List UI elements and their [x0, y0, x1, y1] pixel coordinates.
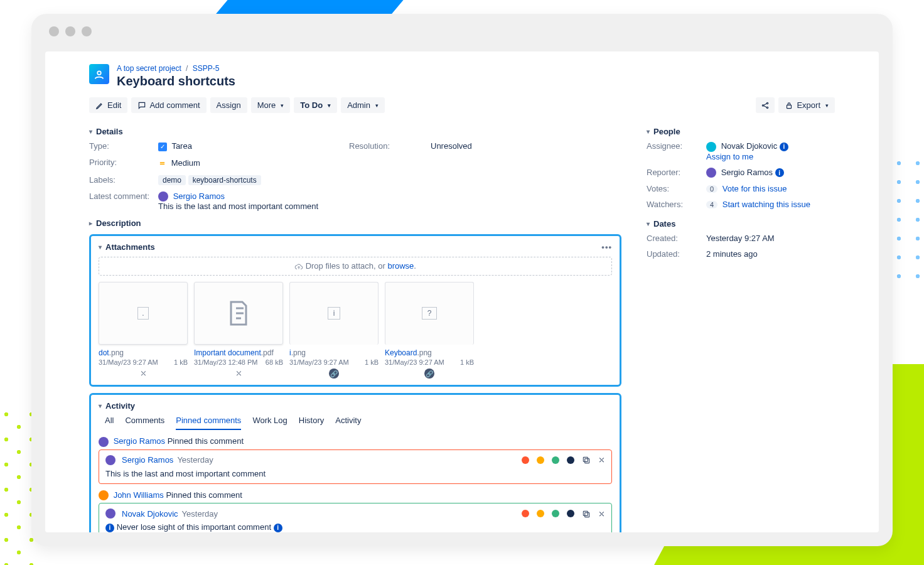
details-header[interactable]: ▾ Details — [89, 127, 621, 136]
user-link[interactable]: Sergio Ramos — [122, 455, 173, 465]
attachment-card[interactable]: . dot.png 31/May/23 9:27 AM1 kB ⤬ — [99, 282, 188, 379]
info-icon[interactable]: i — [780, 143, 788, 151]
votes-label: Votes: — [647, 184, 706, 193]
color-dot-red[interactable] — [522, 510, 529, 517]
attachment-card[interactable]: Important document.pdf 31/May/23 12:48 P… — [194, 282, 283, 379]
color-dot-green[interactable] — [552, 456, 559, 464]
pinned-comment-card: Sergio Ramos Yesterday ⤬ This is the las… — [99, 449, 612, 484]
assign-to-me-link[interactable]: Assign to me — [706, 152, 753, 161]
description-header[interactable]: ▸ Description — [89, 218, 621, 228]
color-dot-yellow[interactable] — [537, 456, 544, 464]
status-button[interactable]: To Do — [294, 97, 337, 113]
type-value: ✓ Tarea — [158, 141, 349, 151]
attachment-thumb — [194, 282, 283, 345]
votes-count: 0 — [706, 185, 717, 193]
attachment-date: 31/May/23 12:48 PM — [194, 358, 258, 366]
type-label: Type: — [89, 141, 158, 151]
attachments-more-button[interactable]: ••• — [601, 242, 612, 252]
dates-header[interactable]: ▾ Dates — [647, 219, 835, 229]
attachment-date: 31/May/23 9:27 AM — [99, 358, 158, 366]
activity-tabs: All Comments Pinned comments Work Log Hi… — [105, 416, 612, 430]
attachment-name: i.png — [289, 348, 379, 357]
add-comment-button[interactable]: Add comment — [131, 97, 206, 113]
svg-point-3 — [767, 107, 768, 108]
attachment-date: 31/May/23 9:27 AM — [385, 358, 444, 366]
more-button[interactable]: More — [251, 97, 291, 113]
color-dot-green[interactable] — [552, 510, 559, 517]
lock-icon — [785, 101, 793, 110]
user-link[interactable]: Sergio Ramos — [114, 436, 165, 446]
comment-actions: ⤬ — [522, 455, 605, 465]
user-link[interactable]: Sergio Ramos — [173, 191, 225, 201]
label-chip[interactable]: demo — [158, 175, 186, 185]
pinned-by-line: John Williams Pinned this comment — [99, 490, 612, 501]
activity-panel: ▾ Activity All Comments Pinned comments … — [89, 393, 621, 532]
assign-button[interactable]: Assign — [210, 97, 247, 113]
unlink-icon[interactable]: ⤬ — [235, 369, 242, 378]
assignee-value: Novak Djokovic i Assign to me — [706, 141, 835, 161]
user-link[interactable]: Novak Djokovic — [122, 509, 178, 519]
copy-icon[interactable] — [582, 508, 591, 519]
browser-chrome: A top secret project / SSPP-5 Keyboard s… — [31, 14, 893, 546]
attachment-size: 1 kB — [460, 358, 474, 366]
watchers-value: 4 Start watching this issue — [706, 200, 835, 209]
unlink-icon[interactable]: ⤬ — [140, 369, 147, 378]
vote-link[interactable]: Vote for this issue — [723, 184, 787, 193]
labels-label: Labels: — [89, 175, 158, 185]
color-dot-dark[interactable] — [567, 510, 574, 517]
copy-icon[interactable] — [582, 455, 591, 465]
watchers-label: Watchers: — [647, 200, 706, 209]
browse-link[interactable]: browse — [387, 261, 414, 271]
breadcrumb-sep: / — [186, 64, 188, 73]
activity-header[interactable]: ▾ Activity — [99, 401, 612, 411]
color-dot-dark[interactable] — [567, 456, 574, 464]
pinned-by-line: Sergio Ramos Pinned this comment — [99, 436, 612, 447]
unpin-icon[interactable]: ⤬ — [598, 455, 605, 465]
breadcrumb-project-link[interactable]: A top secret project — [117, 64, 181, 73]
export-button[interactable]: Export — [778, 97, 835, 113]
tab-comments[interactable]: Comments — [125, 416, 164, 430]
info-icon: i — [105, 524, 114, 532]
label-chip[interactable]: keyboard-shortcuts — [188, 175, 261, 185]
updated-label: Updated: — [647, 249, 706, 259]
svg-rect-7 — [585, 513, 589, 517]
watchers-count: 4 — [706, 201, 717, 208]
upload-cloud-icon — [294, 262, 303, 271]
share-button[interactable] — [756, 97, 775, 113]
tab-activity[interactable]: Activity — [335, 416, 361, 430]
avatar — [99, 437, 109, 447]
comment-time: Yesterday — [177, 455, 213, 465]
color-dot-red[interactable] — [522, 456, 529, 464]
unpin-icon[interactable]: ⤬ — [598, 509, 605, 519]
attachments-header[interactable]: ▾ Attachments ••• — [99, 242, 612, 252]
comment-icon — [137, 101, 146, 110]
svg-rect-8 — [583, 511, 588, 515]
avatar — [99, 490, 109, 500]
user-link[interactable]: John Williams — [114, 490, 164, 500]
info-icon[interactable]: i — [775, 168, 784, 177]
chevron-down-icon: ▾ — [647, 128, 650, 135]
issue-title: Keyboard shortcuts — [117, 74, 235, 89]
dropzone[interactable]: Drop files to attach, or browse. — [99, 257, 612, 276]
edit-button[interactable]: Edit — [89, 97, 127, 113]
share-icon — [761, 101, 770, 110]
link-badge-icon: 🔗 — [329, 369, 339, 379]
updated-value: 2 minutes ago — [706, 249, 835, 259]
priority-value: ＝ Medium — [158, 158, 349, 169]
tab-pinned-comments[interactable]: Pinned comments — [176, 416, 241, 430]
tab-all[interactable]: All — [105, 416, 114, 430]
created-label: Created: — [647, 234, 706, 243]
tab-worklog[interactable]: Work Log — [252, 416, 287, 430]
attachment-card[interactable]: ? Keyboard.png 31/May/23 9:27 AM1 kB 🔗 — [385, 282, 474, 379]
people-header[interactable]: ▾ People — [647, 127, 835, 136]
watch-link[interactable]: Start watching this issue — [723, 200, 810, 209]
document-icon — [223, 298, 254, 328]
tab-history[interactable]: History — [299, 416, 324, 430]
created-value: Yesterday 9:27 AM — [706, 234, 835, 243]
admin-button[interactable]: Admin — [341, 97, 385, 113]
breadcrumb-issue-link[interactable]: SSPP-5 — [193, 64, 220, 73]
toolbar: Edit Add comment Assign More To Do Admin… — [89, 97, 835, 113]
color-dot-yellow[interactable] — [537, 510, 544, 517]
resolution-label: Resolution: — [349, 141, 431, 151]
attachment-card[interactable]: i i.png 31/May/23 9:27 AM1 kB 🔗 — [289, 282, 379, 379]
